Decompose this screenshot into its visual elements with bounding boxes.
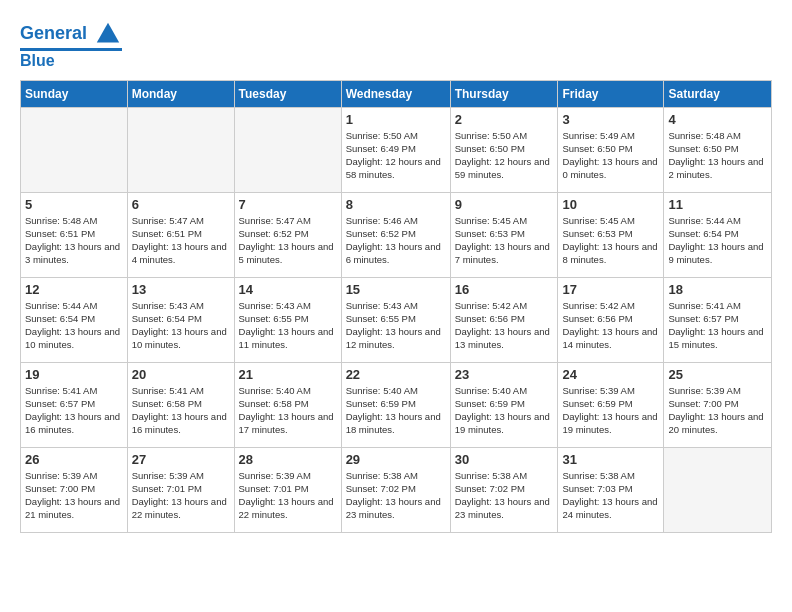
- calendar-cell: 1Sunrise: 5:50 AMSunset: 6:49 PMDaylight…: [341, 107, 450, 192]
- day-info: Sunrise: 5:39 AMSunset: 6:59 PMDaylight:…: [562, 384, 659, 437]
- week-row-2: 5Sunrise: 5:48 AMSunset: 6:51 PMDaylight…: [21, 192, 772, 277]
- page-header: General Blue: [20, 20, 772, 70]
- day-info: Sunrise: 5:46 AMSunset: 6:52 PMDaylight:…: [346, 214, 446, 267]
- day-info: Sunrise: 5:42 AMSunset: 6:56 PMDaylight:…: [455, 299, 554, 352]
- day-info: Sunrise: 5:41 AMSunset: 6:57 PMDaylight:…: [668, 299, 767, 352]
- svg-marker-0: [97, 23, 119, 43]
- day-info: Sunrise: 5:41 AMSunset: 6:58 PMDaylight:…: [132, 384, 230, 437]
- calendar-cell: 28Sunrise: 5:39 AMSunset: 7:01 PMDayligh…: [234, 447, 341, 532]
- day-info: Sunrise: 5:43 AMSunset: 6:55 PMDaylight:…: [239, 299, 337, 352]
- day-number: 18: [668, 282, 767, 297]
- day-info: Sunrise: 5:43 AMSunset: 6:54 PMDaylight:…: [132, 299, 230, 352]
- day-header-saturday: Saturday: [664, 80, 772, 107]
- day-number: 5: [25, 197, 123, 212]
- day-info: Sunrise: 5:50 AMSunset: 6:49 PMDaylight:…: [346, 129, 446, 182]
- calendar-cell: 23Sunrise: 5:40 AMSunset: 6:59 PMDayligh…: [450, 362, 558, 447]
- day-number: 20: [132, 367, 230, 382]
- day-number: 4: [668, 112, 767, 127]
- day-number: 24: [562, 367, 659, 382]
- day-number: 25: [668, 367, 767, 382]
- day-info: Sunrise: 5:47 AMSunset: 6:52 PMDaylight:…: [239, 214, 337, 267]
- day-number: 21: [239, 367, 337, 382]
- day-info: Sunrise: 5:40 AMSunset: 6:58 PMDaylight:…: [239, 384, 337, 437]
- day-info: Sunrise: 5:45 AMSunset: 6:53 PMDaylight:…: [562, 214, 659, 267]
- calendar-cell: 15Sunrise: 5:43 AMSunset: 6:55 PMDayligh…: [341, 277, 450, 362]
- calendar-cell: 31Sunrise: 5:38 AMSunset: 7:03 PMDayligh…: [558, 447, 664, 532]
- calendar-cell: 30Sunrise: 5:38 AMSunset: 7:02 PMDayligh…: [450, 447, 558, 532]
- week-row-5: 26Sunrise: 5:39 AMSunset: 7:00 PMDayligh…: [21, 447, 772, 532]
- day-info: Sunrise: 5:41 AMSunset: 6:57 PMDaylight:…: [25, 384, 123, 437]
- day-number: 22: [346, 367, 446, 382]
- day-info: Sunrise: 5:45 AMSunset: 6:53 PMDaylight:…: [455, 214, 554, 267]
- day-header-tuesday: Tuesday: [234, 80, 341, 107]
- day-info: Sunrise: 5:47 AMSunset: 6:51 PMDaylight:…: [132, 214, 230, 267]
- day-info: Sunrise: 5:40 AMSunset: 6:59 PMDaylight:…: [346, 384, 446, 437]
- day-number: 26: [25, 452, 123, 467]
- calendar-cell: 16Sunrise: 5:42 AMSunset: 6:56 PMDayligh…: [450, 277, 558, 362]
- day-number: 29: [346, 452, 446, 467]
- calendar-cell: 6Sunrise: 5:47 AMSunset: 6:51 PMDaylight…: [127, 192, 234, 277]
- day-header-friday: Friday: [558, 80, 664, 107]
- calendar-cell: [234, 107, 341, 192]
- day-info: Sunrise: 5:44 AMSunset: 6:54 PMDaylight:…: [668, 214, 767, 267]
- day-number: 17: [562, 282, 659, 297]
- calendar-cell: 12Sunrise: 5:44 AMSunset: 6:54 PMDayligh…: [21, 277, 128, 362]
- day-info: Sunrise: 5:43 AMSunset: 6:55 PMDaylight:…: [346, 299, 446, 352]
- calendar-table: SundayMondayTuesdayWednesdayThursdayFrid…: [20, 80, 772, 533]
- days-header-row: SundayMondayTuesdayWednesdayThursdayFrid…: [21, 80, 772, 107]
- calendar-cell: 24Sunrise: 5:39 AMSunset: 6:59 PMDayligh…: [558, 362, 664, 447]
- calendar-cell: [127, 107, 234, 192]
- day-number: 11: [668, 197, 767, 212]
- calendar-cell: 3Sunrise: 5:49 AMSunset: 6:50 PMDaylight…: [558, 107, 664, 192]
- day-number: 1: [346, 112, 446, 127]
- day-info: Sunrise: 5:48 AMSunset: 6:51 PMDaylight:…: [25, 214, 123, 267]
- calendar-cell: 5Sunrise: 5:48 AMSunset: 6:51 PMDaylight…: [21, 192, 128, 277]
- day-number: 31: [562, 452, 659, 467]
- calendar-cell: 22Sunrise: 5:40 AMSunset: 6:59 PMDayligh…: [341, 362, 450, 447]
- day-number: 7: [239, 197, 337, 212]
- calendar-cell: 13Sunrise: 5:43 AMSunset: 6:54 PMDayligh…: [127, 277, 234, 362]
- logo-subtext: Blue: [20, 48, 122, 70]
- day-number: 10: [562, 197, 659, 212]
- calendar-cell: 9Sunrise: 5:45 AMSunset: 6:53 PMDaylight…: [450, 192, 558, 277]
- calendar-cell: 17Sunrise: 5:42 AMSunset: 6:56 PMDayligh…: [558, 277, 664, 362]
- day-info: Sunrise: 5:48 AMSunset: 6:50 PMDaylight:…: [668, 129, 767, 182]
- week-row-1: 1Sunrise: 5:50 AMSunset: 6:49 PMDaylight…: [21, 107, 772, 192]
- day-number: 27: [132, 452, 230, 467]
- day-number: 9: [455, 197, 554, 212]
- day-number: 14: [239, 282, 337, 297]
- day-info: Sunrise: 5:42 AMSunset: 6:56 PMDaylight:…: [562, 299, 659, 352]
- day-info: Sunrise: 5:49 AMSunset: 6:50 PMDaylight:…: [562, 129, 659, 182]
- day-number: 13: [132, 282, 230, 297]
- day-info: Sunrise: 5:39 AMSunset: 7:00 PMDaylight:…: [25, 469, 123, 522]
- calendar-cell: 29Sunrise: 5:38 AMSunset: 7:02 PMDayligh…: [341, 447, 450, 532]
- day-number: 15: [346, 282, 446, 297]
- day-header-thursday: Thursday: [450, 80, 558, 107]
- day-info: Sunrise: 5:40 AMSunset: 6:59 PMDaylight:…: [455, 384, 554, 437]
- day-number: 30: [455, 452, 554, 467]
- calendar-cell: 20Sunrise: 5:41 AMSunset: 6:58 PMDayligh…: [127, 362, 234, 447]
- day-info: Sunrise: 5:50 AMSunset: 6:50 PMDaylight:…: [455, 129, 554, 182]
- day-number: 19: [25, 367, 123, 382]
- day-info: Sunrise: 5:39 AMSunset: 7:01 PMDaylight:…: [239, 469, 337, 522]
- logo: General Blue: [20, 20, 122, 70]
- week-row-3: 12Sunrise: 5:44 AMSunset: 6:54 PMDayligh…: [21, 277, 772, 362]
- day-header-sunday: Sunday: [21, 80, 128, 107]
- calendar-cell: 2Sunrise: 5:50 AMSunset: 6:50 PMDaylight…: [450, 107, 558, 192]
- calendar-cell: 27Sunrise: 5:39 AMSunset: 7:01 PMDayligh…: [127, 447, 234, 532]
- calendar-cell: 8Sunrise: 5:46 AMSunset: 6:52 PMDaylight…: [341, 192, 450, 277]
- day-number: 23: [455, 367, 554, 382]
- day-info: Sunrise: 5:38 AMSunset: 7:02 PMDaylight:…: [455, 469, 554, 522]
- day-number: 8: [346, 197, 446, 212]
- day-number: 3: [562, 112, 659, 127]
- calendar-cell: 21Sunrise: 5:40 AMSunset: 6:58 PMDayligh…: [234, 362, 341, 447]
- calendar-cell: 18Sunrise: 5:41 AMSunset: 6:57 PMDayligh…: [664, 277, 772, 362]
- calendar-cell: 25Sunrise: 5:39 AMSunset: 7:00 PMDayligh…: [664, 362, 772, 447]
- day-number: 12: [25, 282, 123, 297]
- calendar-cell: 4Sunrise: 5:48 AMSunset: 6:50 PMDaylight…: [664, 107, 772, 192]
- calendar-cell: [664, 447, 772, 532]
- day-number: 16: [455, 282, 554, 297]
- calendar-cell: [21, 107, 128, 192]
- day-info: Sunrise: 5:39 AMSunset: 7:01 PMDaylight:…: [132, 469, 230, 522]
- calendar-cell: 10Sunrise: 5:45 AMSunset: 6:53 PMDayligh…: [558, 192, 664, 277]
